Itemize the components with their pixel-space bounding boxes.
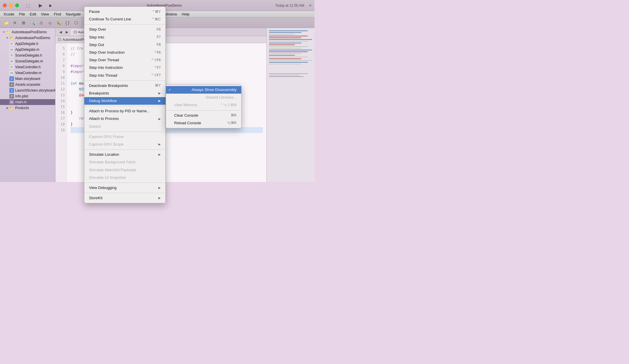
folder-icon[interactable]: 📁 [2,19,10,27]
sidebar-item-assets[interactable]: A Assets.xcassets [0,82,55,88]
sidebar-item-root[interactable]: ▼ 📁 AutoreleasePoolDemo [0,29,55,35]
debug-icon[interactable]: 🐛 [55,19,62,27]
add-button[interactable]: + [309,3,312,8]
titlebar: ⬚ ▶ ■ AutoreleasePoolDemo Today at 11:50… [0,0,314,11]
menu-debug[interactable]: Debug [116,11,131,17]
sidebar-item-root-label: AutoreleasePoolDemo [12,30,47,34]
sidebar-item-info-plist[interactable]: P Info.plist [0,93,55,99]
h-file-icon: h [9,65,14,69]
m-file-icon: m [9,47,14,52]
code-area: 5 6 7 8 9 10 11 12 13 14 15 16 17 18 19 … [55,43,266,182]
menubar: Xcode File Edit View Find Navigate Edito… [0,11,314,18]
yellow-folder-icon: 📂 [9,36,14,40]
sidebar-toggle-icon[interactable]: ⬚ [25,2,31,9]
storyboard-icon: S [9,88,14,93]
menu-view[interactable]: View [39,11,51,17]
breadcrumb-file: AutoreleasePoolDemo [62,38,97,42]
window-title: AutoreleasePoolDemo [56,4,273,8]
menu-navigate[interactable]: Navigate [63,11,83,17]
sidebar-item-appdelegate-h-label: AppDelegate.h [15,42,38,46]
menu-editor[interactable]: Editor [83,11,98,17]
sidebar-item-launchscreen[interactable]: S LaunchScreen.storyboard [0,88,55,93]
plist-icon: P [9,94,14,99]
toolbar2: 📁 ✕ ⊞ 🔍 ⚠ ◇ 🐛 { } ☐ ⊟ ◀ ▶ m mai [0,18,314,28]
sidebar-item-launchscreen-label: LaunchScreen.storyboard [15,88,55,92]
minimize-button[interactable] [9,4,13,7]
sidebar-item-appdelegate-m[interactable]: m AppDelegate.m [0,47,55,52]
play-button[interactable]: ▶ [36,2,45,9]
hierarchy-icon[interactable]: ⊞ [20,19,27,27]
right-panel [266,28,314,182]
sidebar-item-group-label: AutoreleasePoolDemo [15,36,50,40]
nav-forward-button[interactable]: ▶ [64,29,69,35]
tab-main[interactable]: m main [114,29,132,35]
sidebar-item-scenedelegate-h[interactable]: h SceneDelegate.h [0,52,55,58]
m-file-icon: m [9,59,14,64]
maximize-button[interactable] [15,4,19,7]
h-file-icon: h [9,41,14,46]
search-icon[interactable]: 🔍 [29,19,36,27]
warning-icon[interactable]: ⚠ [37,19,45,27]
snippet-icon[interactable]: { } [64,19,71,27]
main-layout: ▼ 📁 AutoreleasePoolDemo ▼ 📂 AutoreleaseP… [0,28,314,182]
sidebar-item-viewcontroller-m[interactable]: m ViewController.m [0,70,55,76]
sidebar-item-scenedelegate-m[interactable]: m SceneDelegate.m [0,58,55,64]
menu-find[interactable]: Find [51,11,63,17]
timestamp: Today at 11:50 AM [275,4,304,8]
stop-button[interactable]: ■ [47,2,53,9]
sidebar-item-products-label: Products [15,106,29,110]
tab-label-main: main [122,30,129,34]
sidebar-item-viewcontroller-h[interactable]: h ViewController.h [0,64,55,70]
sidebar: ▼ 📁 AutoreleasePoolDemo ▼ 📂 AutoreleaseP… [0,28,55,182]
sidebar-item-scenedelegate-m-label: SceneDelegate.m [15,59,43,63]
tab-autoreleasepooldemo[interactable]: m AutoreleasePoolDemo [71,29,113,35]
close-button[interactable] [3,4,7,7]
m-file-icon: m [9,100,14,104]
menu-source-control[interactable]: Source Control [131,11,161,17]
menu-help[interactable]: Help [179,11,192,17]
line-numbers: 5 6 7 8 9 10 11 12 13 14 15 16 17 18 19 [55,43,67,182]
sidebar-item-group[interactable]: ▼ 📂 AutoreleasePoolDemo [0,35,55,41]
sidebar-item-products[interactable]: ▶ 📂 Products [0,105,55,111]
xcassets-icon: A [9,82,14,87]
device-icon[interactable]: ☐ [72,19,80,27]
sidebar-item-viewcontroller-m-label: ViewController.m [15,71,41,75]
blue-folder-icon: 📁 [6,30,11,34]
menu-product[interactable]: Product [98,11,116,17]
traffic-lights [3,4,19,7]
h-file-icon: h [9,53,14,58]
toolbar-icons: ⬚ [25,2,31,9]
breakpoint-icon[interactable]: ◇ [46,19,54,27]
menu-edit[interactable]: Edit [27,11,39,17]
sidebar-item-assets-label: Assets.xcassets [15,83,40,87]
m-file-icon: m [9,71,14,75]
tab-file-icon: m [118,21,121,24]
yellow-folder-icon: 📂 [9,106,14,110]
sidebar-item-main-m-label: main.m [15,100,27,104]
menu-file[interactable]: File [17,11,27,17]
tab-bar: ◀ ▶ m AutoreleasePoolDemo m main [55,28,266,36]
menu-window[interactable]: Window [161,11,179,17]
editor-layout-icon[interactable]: ⊟ [85,19,92,27]
sidebar-item-appdelegate-m-label: AppDelegate.m [15,48,39,52]
tab-label-autoreleasepooldemo: AutoreleasePoolDemo [78,30,110,34]
sidebar-item-scenedelegate-h-label: SceneDelegate.h [15,53,42,57]
nav-back[interactable]: ◀ [97,19,105,27]
sidebar-item-main-storyboard[interactable]: S Main.storyboard [0,76,55,82]
code-content[interactable]: // Cre // #import #import int main NSS @… [67,43,266,182]
close-icon[interactable]: ✕ [11,19,19,27]
sidebar-item-main-storyboard-label: Main.storyboard [15,77,40,81]
sidebar-item-viewcontroller-h-label: ViewController.h [15,65,41,69]
sidebar-item-main-m[interactable]: m main.m [0,99,55,105]
chevron-down-icon: ▼ [6,36,9,39]
storyboard-icon: S [9,76,14,81]
menu-xcode[interactable]: Xcode [1,11,17,17]
tab-breadcrumb: mai [122,21,127,25]
tab-icon-m2: m [117,31,121,34]
sidebar-item-appdelegate-h[interactable]: h AppDelegate.h [0,41,55,47]
minimap [269,30,312,64]
nav-back-button[interactable]: ◀ [58,29,63,35]
chevron-down-icon: ▼ [2,31,5,34]
editor-area: ◀ ▶ m AutoreleasePoolDemo m main m Autor… [55,28,266,182]
nav-forward[interactable]: ▶ [106,19,114,27]
